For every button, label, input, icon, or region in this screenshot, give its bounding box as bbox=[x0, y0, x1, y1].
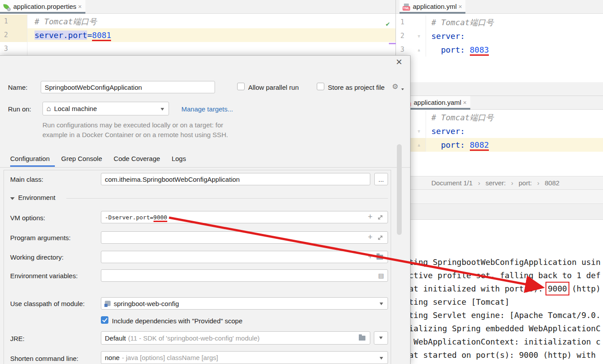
working-directory-input[interactable]: + bbox=[101, 251, 388, 263]
yaml-key: server: bbox=[431, 31, 465, 41]
manage-targets-link[interactable]: Manage targets... bbox=[181, 105, 233, 113]
environment-variables-label: Environment variables: bbox=[10, 272, 78, 280]
folder-icon[interactable] bbox=[359, 336, 365, 341]
folder-icon[interactable] bbox=[376, 255, 383, 260]
close-tab-icon[interactable]: × bbox=[458, 3, 462, 10]
vm-port-9000: 9000 bbox=[154, 214, 167, 222]
program-arguments-input[interactable]: + bbox=[101, 231, 388, 244]
run-console-output[interactable]: ting SpringbootWebConfigApplication usin… bbox=[411, 220, 603, 364]
properties-editor-pane: application.properties × 1 # Tomcat端口号 2… bbox=[0, 0, 396, 55]
code-line: ▵ port: 8082 bbox=[396, 138, 603, 152]
inspection-ok-icon[interactable]: ✔ bbox=[386, 20, 390, 28]
dialog-tabs: Configuration Grep Console Code Coverage… bbox=[10, 155, 186, 162]
add-icon[interactable]: + bbox=[368, 233, 373, 242]
add-icon[interactable]: + bbox=[368, 212, 373, 222]
gear-dropdown-caret-icon bbox=[401, 88, 404, 90]
chevron-down-icon bbox=[379, 337, 383, 339]
dialog-scrollbar[interactable] bbox=[397, 144, 402, 235]
line-number: 1 bbox=[0, 15, 27, 28]
chevron-down-icon bbox=[161, 108, 164, 111]
changed-lines-marker bbox=[389, 43, 396, 44]
breadcrumb-port[interactable]: port: bbox=[519, 179, 532, 187]
allow-parallel-run-checkbox[interactable] bbox=[237, 83, 245, 90]
yml-editor-body[interactable]: 1 # Tomcat端口号 2▿ server: 3▵ port: 8083 bbox=[396, 14, 603, 82]
yml-file-icon: YML bbox=[403, 4, 410, 11]
home-icon: ⌂ bbox=[46, 104, 51, 113]
breadcrumb-document[interactable]: Document 1/1 bbox=[431, 179, 472, 187]
expand-field-icon[interactable] bbox=[377, 234, 383, 242]
tab-application-yaml[interactable]: YML application.yaml × bbox=[400, 96, 470, 110]
tab-application-yml[interactable]: YML application.yml × bbox=[399, 0, 465, 14]
close-tab-icon[interactable]: × bbox=[463, 99, 467, 106]
store-options-gear-icon[interactable]: ⚙ bbox=[392, 82, 398, 91]
console-port-9000-highlight: 9000 bbox=[548, 284, 567, 293]
store-as-project-file-label: Store as project file bbox=[328, 84, 384, 91]
line-number: 3 bbox=[0, 42, 27, 56]
yml-tabbar: YML application.yml × bbox=[396, 0, 603, 14]
environment-section-header[interactable]: Environment bbox=[10, 194, 55, 201]
main-class-input[interactable]: com.itheima.SpringbootWebConfigApplicati… bbox=[101, 173, 370, 185]
shorten-command-line-select[interactable]: none - java [options] className [args] bbox=[101, 351, 388, 364]
vm-options-label: VM options: bbox=[10, 214, 45, 222]
line-number: 3▵ bbox=[396, 43, 426, 57]
breadcrumb-value[interactable]: 8082 bbox=[545, 179, 559, 187]
console-toolbar-band bbox=[396, 204, 603, 220]
yaml-tabbar: YML application.yaml × bbox=[396, 96, 603, 110]
line-number: 1 bbox=[396, 15, 426, 29]
spring-properties-icon bbox=[3, 4, 11, 11]
collapse-caret-icon bbox=[10, 197, 15, 200]
expand-field-icon[interactable] bbox=[377, 214, 383, 222]
jre-select[interactable]: Default (11 - SDK of 'springboot-web-con… bbox=[101, 331, 370, 345]
shorten-command-line-label: Shorten command line: bbox=[10, 355, 78, 362]
code-line: 1 # Tomcat端口号 bbox=[0, 15, 396, 28]
tab-application-properties[interactable]: application.properties × bbox=[0, 0, 85, 14]
port-value-8082: 8082 bbox=[470, 140, 489, 151]
jre-dropdown-button[interactable] bbox=[374, 331, 388, 345]
port-value-8081: 8081 bbox=[92, 31, 111, 41]
allow-parallel-run-label: Allow parallel run bbox=[248, 84, 299, 91]
console-toolbar-band bbox=[396, 190, 603, 204]
tab-configuration[interactable]: Configuration bbox=[10, 155, 50, 162]
name-label: Name: bbox=[8, 84, 27, 91]
run-config-dialog: × Name: SpringbootWebConfigApplication A… bbox=[0, 55, 411, 364]
chevron-down-icon bbox=[380, 357, 383, 360]
yaml-editor-body[interactable]: # Tomcat端口号 ▿ server: ▵ port: 8082 bbox=[396, 110, 603, 176]
classpath-module-select[interactable]: springboot-web-config bbox=[101, 297, 388, 310]
comment-text: # Tomcat端口号 bbox=[431, 18, 494, 27]
vm-options-input[interactable]: -Dserver.port=9000 + bbox=[101, 211, 388, 223]
name-input[interactable]: SpringbootWebConfigApplication bbox=[41, 81, 215, 93]
tab-logs[interactable]: Logs bbox=[172, 155, 186, 162]
dialog-close-icon[interactable]: × bbox=[396, 57, 402, 67]
tab-label: application.properties bbox=[13, 3, 77, 10]
fold-arrow-icon[interactable]: ▵ bbox=[417, 43, 421, 57]
ide-window: application.properties × 1 # Tomcat端口号 2… bbox=[0, 0, 603, 364]
browse-main-class-button[interactable]: ... bbox=[374, 173, 388, 185]
breadcrumb-server[interactable]: server: bbox=[485, 179, 506, 187]
code-line: 3 bbox=[0, 42, 396, 56]
properties-editor-body[interactable]: 1 # Tomcat端口号 2 server.port=8081 3 ✔ bbox=[0, 14, 396, 55]
fold-arrow-icon[interactable]: ▿ bbox=[417, 124, 421, 138]
jre-label: JRE: bbox=[10, 335, 25, 342]
yaml-key: port: bbox=[441, 45, 465, 54]
tab-grep-console[interactable]: Grep Console bbox=[61, 155, 102, 162]
main-class-label: Main class: bbox=[10, 176, 43, 183]
tab-code-coverage[interactable]: Code Coverage bbox=[114, 155, 160, 162]
include-provided-scope-checkbox[interactable] bbox=[101, 316, 108, 324]
list-icon[interactable]: ▤ bbox=[378, 272, 384, 279]
breadcrumb-separator: › bbox=[511, 179, 513, 187]
close-tab-icon[interactable]: × bbox=[78, 3, 82, 10]
add-icon[interactable]: + bbox=[368, 252, 373, 261]
line-number: 2▿ bbox=[396, 29, 426, 43]
fold-arrow-icon[interactable]: ▿ bbox=[417, 29, 421, 43]
code-line: 1 # Tomcat端口号 bbox=[396, 15, 603, 29]
console-text: ting SpringbootWebConfigApplication usin… bbox=[409, 256, 601, 362]
breadcrumb-separator: › bbox=[478, 179, 480, 187]
store-as-project-file-checkbox[interactable] bbox=[317, 83, 324, 90]
run-on-select[interactable]: ⌂ Local machine bbox=[42, 102, 169, 115]
environment-variables-input[interactable]: ▤ bbox=[101, 269, 388, 282]
code-line: # Tomcat端口号 bbox=[396, 111, 603, 124]
tabs-separator bbox=[0, 167, 410, 168]
code-line: 2▿ server: bbox=[396, 29, 603, 43]
include-provided-scope-label: Include dependencies with "Provided" sco… bbox=[112, 317, 242, 325]
fold-arrow-icon[interactable]: ▵ bbox=[417, 138, 421, 152]
